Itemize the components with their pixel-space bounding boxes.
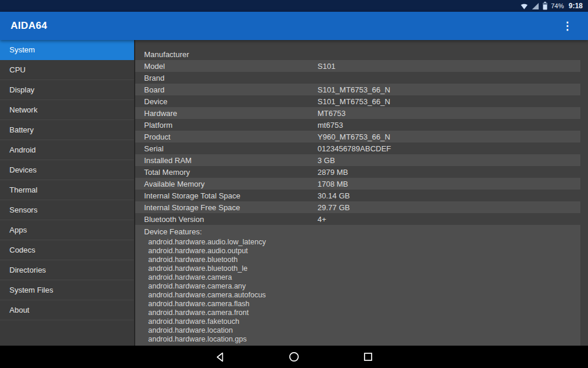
device-feature-item: android.hardware.bluetooth_le bbox=[144, 264, 580, 273]
home-button[interactable] bbox=[282, 346, 306, 368]
sidebar-item-devices[interactable]: Devices bbox=[0, 160, 134, 180]
sidebar-item-system[interactable]: System bbox=[0, 40, 134, 60]
device-feature-item: android.hardware.camera.any bbox=[144, 282, 580, 291]
info-label: Total Memory bbox=[135, 168, 318, 177]
sidebar-item-cpu[interactable]: CPU bbox=[0, 60, 134, 80]
info-row: Serial0123456789ABCDEF bbox=[135, 142, 580, 154]
device-feature-item: android.hardware.location bbox=[144, 326, 580, 335]
aida64-screen: 74% 9:18 AIDA64 ⋮ SystemCPUDisplayNetwor… bbox=[0, 0, 588, 368]
sidebar-item-system-files[interactable]: System Files bbox=[0, 280, 134, 300]
recents-button[interactable] bbox=[356, 346, 380, 368]
info-value: 3 GB bbox=[318, 156, 580, 165]
info-value: 29.77 GB bbox=[318, 203, 580, 212]
info-row: ModelS101 bbox=[135, 60, 580, 72]
info-label: Board bbox=[135, 85, 318, 94]
info-value: MT6753 bbox=[318, 109, 580, 118]
sidebar-item-android[interactable]: Android bbox=[0, 140, 134, 160]
info-row: Brand bbox=[135, 72, 580, 84]
sidebar: SystemCPUDisplayNetworkBatteryAndroidDev… bbox=[0, 40, 135, 346]
info-row: Installed RAM3 GB bbox=[135, 154, 580, 166]
sidebar-item-label: Network bbox=[9, 105, 38, 114]
sidebar-item-thermal[interactable]: Thermal bbox=[0, 180, 134, 200]
info-row: DeviceS101_MT6753_66_N bbox=[135, 95, 580, 107]
device-features-list: android.hardware.audio.low_latencyandroi… bbox=[144, 238, 580, 344]
info-row: Internal Storage Total Space30.14 GB bbox=[135, 190, 580, 201]
info-label: Bluetooth Version bbox=[135, 215, 318, 224]
info-value: 2879 MB bbox=[318, 168, 580, 177]
info-label: Serial bbox=[135, 144, 318, 153]
device-feature-item: android.hardware.bluetooth bbox=[144, 256, 580, 264]
main-body: SystemCPUDisplayNetworkBatteryAndroidDev… bbox=[0, 40, 588, 346]
navigation-bar bbox=[0, 346, 588, 368]
sidebar-item-label: Codecs bbox=[9, 246, 35, 254]
status-clock: 9:18 bbox=[569, 2, 583, 10]
device-features-header: Device Features: bbox=[144, 226, 580, 238]
recents-icon bbox=[363, 352, 373, 362]
sidebar-item-battery[interactable]: Battery bbox=[0, 120, 134, 140]
info-row: ProductY960_MT6753_66_N bbox=[135, 131, 580, 142]
sidebar-item-label: System bbox=[9, 45, 35, 54]
info-label: Internal Storage Total Space bbox=[135, 191, 318, 200]
device-feature-item: android.hardware.audio.low_latency bbox=[144, 238, 580, 247]
info-label: Installed RAM bbox=[135, 156, 318, 165]
info-row: BoardS101_MT6753_66_N bbox=[135, 84, 580, 95]
sidebar-item-label: Directories bbox=[9, 266, 46, 274]
device-feature-item: android.hardware.audio.output bbox=[144, 247, 580, 256]
sidebar-item-display[interactable]: Display bbox=[0, 80, 134, 100]
device-feature-item: android.hardware.faketouch bbox=[144, 317, 580, 326]
info-value: Y960_MT6753_66_N bbox=[318, 132, 580, 141]
info-row: Bluetooth Version4+ bbox=[135, 213, 580, 225]
info-value: S101 bbox=[318, 62, 580, 71]
overflow-menu-icon[interactable]: ⋮ bbox=[557, 19, 577, 32]
info-label: Brand bbox=[135, 74, 318, 82]
info-value: 30.14 GB bbox=[318, 191, 580, 200]
back-icon bbox=[215, 352, 225, 362]
device-features-section: Device Features: android.hardware.audio.… bbox=[135, 225, 580, 346]
sidebar-item-apps[interactable]: Apps bbox=[0, 220, 134, 240]
home-icon bbox=[289, 352, 299, 362]
device-feature-item: android.hardware.camera.autofocus bbox=[144, 291, 580, 300]
status-bar: 74% 9:18 bbox=[0, 0, 588, 12]
back-button[interactable] bbox=[208, 346, 232, 368]
info-table: ManufacturerModelS101BrandBoardS101_MT67… bbox=[135, 48, 588, 225]
app-bar: AIDA64 ⋮ bbox=[0, 12, 588, 40]
sidebar-item-label: Battery bbox=[9, 125, 34, 134]
device-feature-item: android.hardware.camera.front bbox=[144, 309, 580, 317]
app-title: AIDA64 bbox=[11, 20, 47, 32]
battery-percent: 74% bbox=[551, 2, 564, 9]
sidebar-item-label: CPU bbox=[9, 65, 25, 74]
battery-icon bbox=[543, 2, 547, 10]
system-info-panel[interactable]: ManufacturerModelS101BrandBoardS101_MT67… bbox=[135, 40, 588, 346]
sidebar-item-network[interactable]: Network bbox=[0, 100, 134, 120]
info-row: Platformmt6753 bbox=[135, 119, 580, 131]
info-value: S101_MT6753_66_N bbox=[318, 97, 580, 106]
info-label: Hardware bbox=[135, 109, 318, 118]
info-value: 4+ bbox=[318, 215, 580, 224]
sidebar-item-label: Display bbox=[9, 85, 35, 94]
info-row: Available Memory1708 MB bbox=[135, 178, 580, 190]
sidebar-item-label: Devices bbox=[9, 165, 36, 174]
info-row: HardwareMT6753 bbox=[135, 107, 580, 119]
info-label: Manufacturer bbox=[135, 50, 318, 59]
info-label: Available Memory bbox=[135, 180, 318, 188]
device-feature-item: android.hardware.camera.flash bbox=[144, 300, 580, 309]
sidebar-item-label: Sensors bbox=[9, 205, 38, 214]
info-value: 1708 MB bbox=[318, 180, 580, 188]
info-label: Product bbox=[135, 132, 318, 141]
sidebar-item-directories[interactable]: Directories bbox=[0, 260, 134, 280]
sidebar-item-label: Apps bbox=[9, 226, 27, 234]
info-row: Manufacturer bbox=[135, 48, 580, 60]
sidebar-item-sensors[interactable]: Sensors bbox=[0, 200, 134, 220]
sidebar-item-about[interactable]: About bbox=[0, 300, 134, 320]
info-label: Device bbox=[135, 97, 318, 106]
sidebar-item-label: Thermal bbox=[9, 185, 38, 194]
sidebar-item-codecs[interactable]: Codecs bbox=[0, 240, 134, 260]
info-value: 0123456789ABCDEF bbox=[318, 144, 580, 153]
wifi-icon bbox=[520, 2, 528, 10]
info-label: Internal Storage Free Space bbox=[135, 203, 318, 212]
info-label: Platform bbox=[135, 121, 318, 130]
info-value: mt6753 bbox=[318, 121, 580, 130]
sidebar-item-label: System Files bbox=[9, 286, 53, 294]
cellular-signal-icon bbox=[532, 2, 539, 10]
info-row: Total Memory2879 MB bbox=[135, 166, 580, 178]
